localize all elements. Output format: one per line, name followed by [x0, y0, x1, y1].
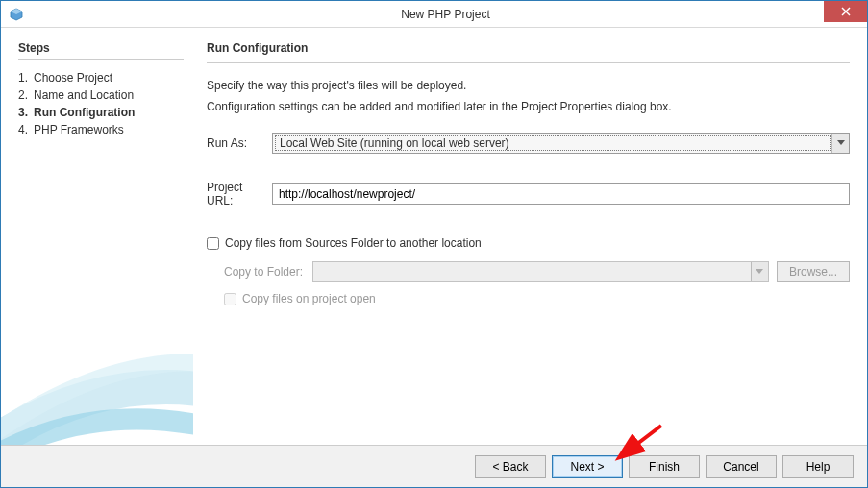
main-panel: Run Configuration Specify the way this p…	[193, 28, 867, 445]
copy-settings-group: Copy to Folder: Browse... Copy files on …	[224, 256, 850, 317]
titlebar: New PHP Project	[1, 1, 867, 28]
decorative-swoosh	[1, 281, 193, 445]
step-choose-project: 1.Choose Project	[18, 69, 184, 86]
copy-on-open-checkbox	[224, 293, 236, 305]
project-url-label: Project URL:	[207, 181, 272, 207]
copy-to-folder-value	[314, 263, 751, 281]
finish-button[interactable]: Finish	[629, 455, 700, 478]
copy-to-folder-row: Copy to Folder: Browse...	[224, 261, 850, 282]
svg-marker-4	[837, 140, 845, 145]
copy-files-checkbox-row: Copy files from Sources Folder to anothe…	[207, 236, 850, 250]
browse-button: Browse...	[777, 261, 850, 282]
project-url-row: Project URL:	[207, 181, 850, 207]
copy-to-folder-label: Copy to Folder:	[224, 265, 312, 279]
step-php-frameworks: 4.PHP Frameworks	[18, 121, 184, 138]
cancel-button[interactable]: Cancel	[706, 455, 777, 478]
next-button[interactable]: Next >	[552, 455, 623, 478]
back-button[interactable]: < Back	[475, 455, 546, 478]
run-as-combobox[interactable]: Local Web Site (running on local web ser…	[272, 133, 850, 154]
help-button[interactable]: Help	[782, 455, 854, 478]
close-button[interactable]	[824, 1, 867, 22]
app-icon	[9, 7, 24, 22]
svg-marker-5	[756, 269, 763, 274]
step-name-location: 2.Name and Location	[18, 86, 184, 104]
chevron-down-icon[interactable]	[831, 134, 849, 153]
run-as-value: Local Web Site (running on local web ser…	[274, 134, 831, 152]
steps-heading: Steps	[18, 41, 184, 55]
window-title: New PHP Project	[24, 8, 867, 21]
form-area: Run As: Local Web Site (running on local…	[207, 133, 850, 317]
run-as-label: Run As:	[207, 136, 272, 150]
chevron-down-icon	[751, 262, 768, 281]
copy-files-checkbox-label: Copy files from Sources Folder to anothe…	[225, 236, 482, 250]
copy-to-folder-combobox	[312, 261, 769, 282]
copy-on-open-label: Copy files on project open	[242, 292, 376, 305]
dialog-window: New PHP Project Steps 1.Choose Project 2…	[0, 0, 868, 488]
steps-sidebar: Steps 1.Choose Project 2.Name and Locati…	[1, 28, 193, 445]
divider	[18, 59, 184, 60]
description-line2: Configuration settings can be added and …	[207, 100, 850, 113]
copy-on-open-row: Copy files on project open	[224, 292, 850, 305]
project-url-input[interactable]	[272, 183, 850, 205]
panel-heading: Run Configuration	[207, 41, 850, 55]
divider	[207, 62, 850, 63]
button-bar: < Back Next > Finish Cancel Help	[1, 445, 867, 487]
step-run-configuration: 3.Run Configuration	[18, 104, 184, 121]
copy-files-checkbox[interactable]	[207, 237, 219, 250]
steps-list: 1.Choose Project 2.Name and Location 3.R…	[18, 69, 184, 138]
run-as-row: Run As: Local Web Site (running on local…	[207, 133, 850, 154]
dialog-body: Steps 1.Choose Project 2.Name and Locati…	[1, 28, 867, 445]
description-line1: Specify the way this project's files wil…	[207, 79, 850, 92]
